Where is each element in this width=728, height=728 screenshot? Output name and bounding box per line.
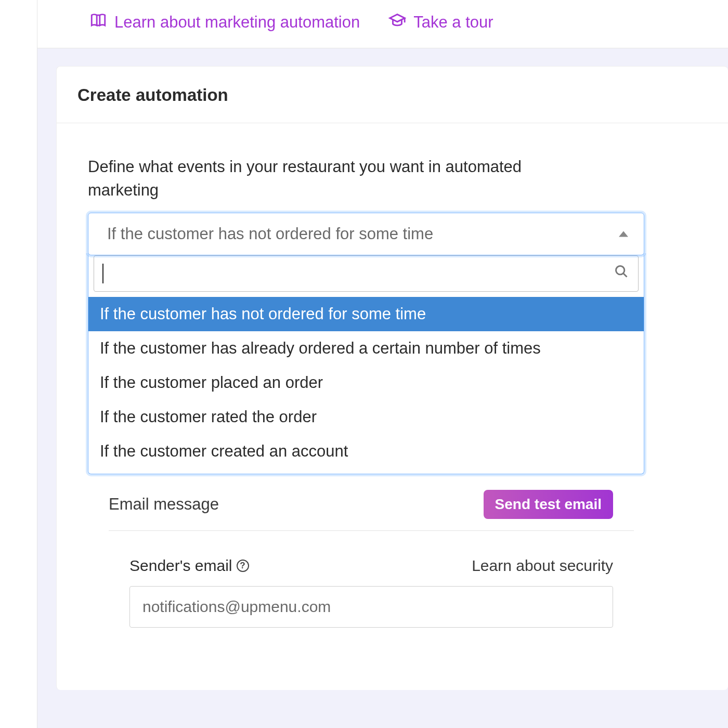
sender-section: Sender's email ? Learn about security	[88, 557, 613, 628]
card-body: Define what events in your restaurant yo…	[57, 123, 728, 628]
learn-automation-link[interactable]: Learn about marketing automation	[89, 11, 360, 33]
sender-row-top: Sender's email ? Learn about security	[129, 557, 613, 575]
graduation-cap-icon	[388, 11, 406, 33]
page-title: Create automation	[77, 85, 707, 105]
help-icon[interactable]: ?	[237, 560, 249, 572]
event-dropdown-panel: If the customer has not ordered for some…	[88, 255, 644, 474]
card-header: Create automation	[57, 67, 728, 123]
chevron-up-icon	[619, 231, 628, 237]
create-automation-card: Create automation Define what events in …	[56, 66, 728, 690]
page-wrap: Create automation Define what events in …	[0, 48, 728, 690]
dropdown-search-input[interactable]	[103, 261, 614, 286]
dropdown-search-row	[88, 255, 644, 292]
event-option-4[interactable]: If the customer created an account	[88, 434, 644, 469]
book-icon	[89, 11, 107, 33]
top-bar: Learn about marketing automation Take a …	[37, 0, 728, 48]
sender-email-label: Sender's email ?	[129, 557, 249, 575]
learn-security-link[interactable]: Learn about security	[472, 557, 613, 575]
take-tour-text: Take a tour	[413, 13, 493, 32]
sender-email-label-text: Sender's email	[129, 557, 232, 575]
event-select[interactable]: If the customer has not ordered for some…	[88, 213, 644, 255]
take-tour-link[interactable]: Take a tour	[388, 11, 493, 33]
event-option-2[interactable]: If the customer placed an order	[88, 366, 644, 400]
event-option-0[interactable]: If the customer has not ordered for some…	[88, 297, 644, 331]
event-option-3[interactable]: If the customer rated the order	[88, 400, 644, 434]
learn-automation-text: Learn about marketing automation	[114, 13, 360, 32]
search-icon	[614, 264, 629, 282]
intro-text: Define what events in your restaurant yo…	[88, 155, 556, 202]
sender-email-input[interactable]	[129, 586, 613, 628]
email-message-row: Email message Send test email	[88, 490, 613, 519]
email-message-label: Email message	[109, 495, 219, 514]
svg-point-0	[616, 266, 625, 275]
event-select-value: If the customer has not ordered for some…	[107, 225, 433, 243]
divider	[109, 530, 634, 531]
send-test-email-button[interactable]: Send test email	[484, 490, 613, 519]
event-option-1[interactable]: If the customer has already ordered a ce…	[88, 331, 644, 366]
svg-line-1	[623, 274, 627, 277]
left-gutter	[0, 0, 37, 728]
dropdown-search-wrap[interactable]	[94, 255, 639, 292]
event-select-wrap: If the customer has not ordered for some…	[88, 213, 644, 474]
